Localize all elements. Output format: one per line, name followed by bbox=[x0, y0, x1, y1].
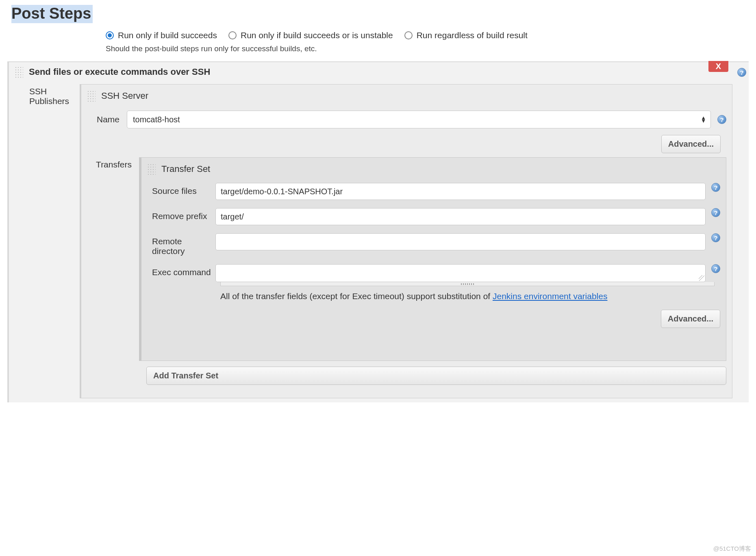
transfers-label: Transfers bbox=[87, 157, 139, 361]
drag-handle-icon[interactable] bbox=[87, 90, 96, 102]
radio-label: Run only if build succeeds bbox=[118, 30, 217, 40]
help-icon[interactable]: ? bbox=[711, 264, 720, 273]
server-name-select[interactable]: tomcat8-host ▲▼ bbox=[127, 111, 711, 128]
ssh-publisher-box: SSH Server Name tomcat8-host ▲▼ ? Advanc… bbox=[80, 84, 732, 398]
radio-dot-icon bbox=[404, 31, 413, 39]
help-icon[interactable]: ? bbox=[717, 115, 726, 124]
help-icon[interactable]: ? bbox=[711, 233, 720, 242]
condition-hint: Should the post-build steps run only for… bbox=[106, 44, 756, 53]
server-name-value: tomcat8-host bbox=[133, 115, 180, 124]
source-files-value: target/demo-0.0.1-SNAPSHOT.jar bbox=[221, 187, 343, 196]
env-vars-link[interactable]: Jenkins environment variables bbox=[493, 291, 607, 301]
resize-grip-icon[interactable] bbox=[699, 275, 704, 281]
source-files-input[interactable]: target/demo-0.0.1-SNAPSHOT.jar bbox=[215, 183, 706, 200]
note-pre: All of the transfer fields (except for E… bbox=[220, 291, 493, 301]
add-transfer-set-button[interactable]: Add Transfer Set bbox=[146, 367, 726, 385]
radio-dot-icon bbox=[228, 31, 237, 39]
exec-command-label: Exec command bbox=[147, 264, 215, 277]
run-condition-group: Run only if build succeeds Run only if b… bbox=[106, 30, 756, 53]
remote-directory-input[interactable] bbox=[215, 233, 706, 250]
remove-prefix-input[interactable]: target/ bbox=[215, 208, 706, 225]
radio-label: Run only if build succeeds or is unstabl… bbox=[241, 30, 393, 40]
transfer-set-box: Transfer Set Source files target/demo-0.… bbox=[139, 157, 726, 361]
drag-handle-icon[interactable] bbox=[15, 66, 23, 78]
help-icon[interactable]: ? bbox=[711, 183, 720, 192]
ssh-section: X ? Send files or execute commands over … bbox=[7, 61, 749, 402]
radio-succeeds[interactable]: Run only if build succeeds bbox=[106, 30, 217, 40]
remote-directory-label: Remote directory bbox=[147, 233, 215, 256]
server-name-label: Name bbox=[87, 115, 127, 124]
transfer-note: All of the transfer fields (except for E… bbox=[220, 290, 720, 302]
radio-label: Run regardless of build result bbox=[417, 30, 528, 40]
select-arrows-icon: ▲▼ bbox=[701, 116, 706, 123]
radio-succeeds-or-unstable[interactable]: Run only if build succeeds or is unstabl… bbox=[228, 30, 393, 40]
section-title: Send files or execute commands over SSH bbox=[29, 67, 210, 77]
transfer-advanced-button[interactable]: Advanced... bbox=[661, 310, 720, 328]
horizontal-resize-handle[interactable] bbox=[220, 282, 715, 286]
server-advanced-button[interactable]: Advanced... bbox=[661, 135, 721, 153]
ssh-server-header: SSH Server bbox=[101, 91, 148, 101]
radio-regardless[interactable]: Run regardless of build result bbox=[404, 30, 528, 40]
help-icon[interactable]: ? bbox=[737, 68, 746, 77]
ssh-publishers-label: SSH Publishers bbox=[15, 84, 80, 398]
delete-step-button[interactable]: X bbox=[708, 61, 728, 72]
source-files-label: Source files bbox=[147, 183, 215, 196]
remove-prefix-value: target/ bbox=[221, 212, 244, 222]
radio-dot-icon bbox=[106, 31, 114, 39]
page-title: Post Steps bbox=[11, 5, 93, 23]
remove-prefix-label: Remove prefix bbox=[147, 208, 215, 221]
transfer-set-header: Transfer Set bbox=[161, 164, 210, 174]
drag-handle-icon[interactable] bbox=[147, 163, 156, 175]
exec-command-textarea[interactable] bbox=[215, 264, 706, 282]
help-icon[interactable]: ? bbox=[711, 208, 720, 217]
